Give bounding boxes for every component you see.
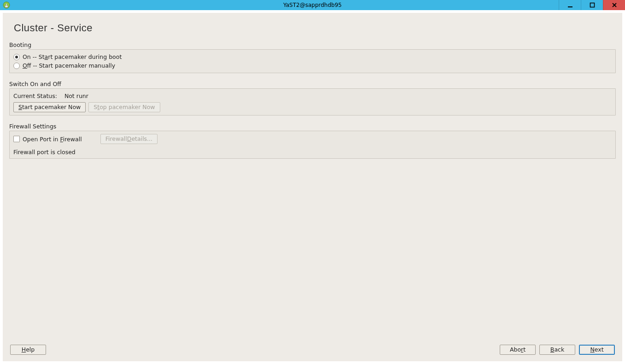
current-status-row: Current Status: Not runr <box>13 92 612 102</box>
firewall-group: Open Port in Firewall Firewall Details..… <box>9 131 616 159</box>
svg-rect-1 <box>5 6 8 7</box>
current-status-label: Current Status: <box>13 92 57 99</box>
window-title: YaST2@sapprdhdb95 <box>283 2 342 8</box>
current-status-value: Not runr <box>64 92 88 99</box>
window-controls <box>559 0 625 10</box>
next-button[interactable]: Next <box>579 345 615 355</box>
back-button[interactable]: Back <box>539 345 575 355</box>
close-button[interactable] <box>603 0 625 10</box>
svg-rect-2 <box>6 4 7 6</box>
booting-label: Booting <box>9 41 616 48</box>
booting-off-label: Off -- Start pacemaker manually <box>23 62 115 69</box>
booting-group: On -- Start pacemaker during boot Off --… <box>9 49 616 73</box>
abort-button[interactable]: Abort <box>500 345 536 355</box>
open-port-label: Open Port in Firewall <box>23 136 82 143</box>
stop-pacemaker-button: Stop pacemaker Now <box>88 102 160 112</box>
firewall-label: Firewall Settings <box>9 123 616 130</box>
start-pacemaker-button[interactable]: Start pacemaker Now <box>13 102 86 112</box>
titlebar: YaST2@sapprdhdb95 <box>0 0 625 10</box>
page-title: Cluster - Service <box>9 19 616 41</box>
booting-on-radio[interactable]: On -- Start pacemaker during boot <box>13 52 612 61</box>
footer-buttons: Help Abort Back Next <box>9 343 616 357</box>
switch-group: Current Status: Not runr Start pacemaker… <box>9 88 616 116</box>
main-content: Cluster - Service Booting On -- Start pa… <box>3 13 622 361</box>
svg-rect-3 <box>568 6 572 7</box>
booting-off-radio[interactable]: Off -- Start pacemaker manually <box>13 61 612 70</box>
firewall-status-text: Firewall port is closed <box>13 147 612 156</box>
open-port-checkbox[interactable]: Open Port in Firewall <box>13 136 82 143</box>
radio-selected-icon <box>13 54 20 60</box>
minimize-button[interactable] <box>559 0 581 10</box>
yast-icon <box>3 1 10 9</box>
booting-on-label: On -- Start pacemaker during boot <box>23 53 122 60</box>
help-button[interactable]: Help <box>10 345 46 355</box>
firewall-details-button: Firewall Details... <box>100 134 158 144</box>
radio-unselected-icon <box>13 63 20 69</box>
checkbox-unchecked-icon <box>13 136 20 142</box>
switch-label: Switch On and Off <box>9 81 616 87</box>
svg-rect-4 <box>590 3 594 7</box>
maximize-button[interactable] <box>581 0 603 10</box>
